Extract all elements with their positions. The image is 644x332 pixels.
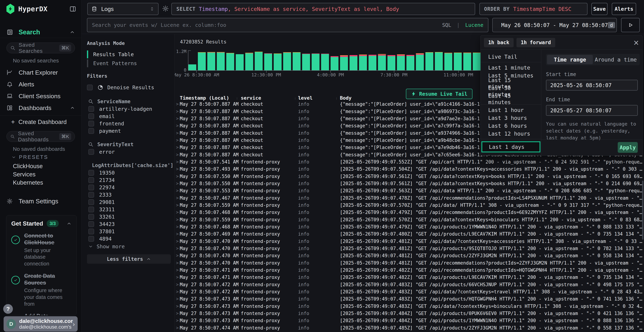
apply-button[interactable]: Apply [618,142,638,153]
table-row[interactable]: >May 27 8:50:07.473 AMfrontend-proxyinfo… [174,317,644,324]
filter-option[interactable]: 2333 [87,191,171,198]
histogram-bar[interactable] [463,52,471,53]
expand-row-icon[interactable]: > [176,138,180,143]
histogram-bar[interactable] [426,52,433,70]
checkbox[interactable] [87,84,93,90]
histogram-bar[interactable] [463,53,471,70]
histogram-bar[interactable] [378,54,386,54]
histogram-bar[interactable] [330,56,338,57]
histogram-bar[interactable] [416,53,424,54]
table-row[interactable]: >May 27 8:50:07.550 AMfrontend-proxyinfo… [174,172,644,180]
checkbox[interactable] [88,228,94,234]
expand-row-icon[interactable]: > [176,239,180,244]
time-preset-last-12-hours[interactable]: Last 12 hours [481,130,541,138]
table-row[interactable]: >May 27 8:50:07.550 AMfrontend-proxyinfo… [174,180,644,187]
time-preset-last-3-hours[interactable]: Last 3 hours [481,114,541,122]
source-selector[interactable]: Logs [87,3,158,15]
expand-row-icon[interactable]: > [176,304,180,309]
table-row[interactable]: >May 27 8:50:07.559 AMfrontend-proxyinfo… [174,202,644,209]
table-row[interactable]: >May 27 8:50:07.470 AMfrontend-proxyinfo… [174,252,644,259]
histogram-bar[interactable] [359,56,367,70]
expand-row-icon[interactable]: > [176,188,180,193]
expand-row-icon[interactable]: > [176,196,180,200]
table-row[interactable]: >May 27 8:50:07.467 AMfrontend-proxyinfo… [174,194,644,202]
expand-row-icon[interactable]: > [176,203,180,208]
expand-row-icon[interactable]: > [176,217,180,222]
expand-row-icon[interactable]: > [176,282,180,287]
histogram-bar[interactable] [274,54,282,54]
checkbox[interactable] [88,236,94,242]
chevron-up-icon[interactable] [70,105,75,110]
date-range-input[interactable]: May 26 08:50:07 - May 27 08:50:07 d [492,18,617,32]
histogram-bar[interactable] [245,53,253,70]
run-query-button[interactable] [621,18,640,32]
filter-option[interactable]: 37801 [87,228,171,235]
table-row[interactable]: >May 27 8:50:07.473 AMfrontend-proxyinfo… [174,295,644,302]
filter-option[interactable]: 19350 [87,169,171,176]
help-button[interactable]: ? [3,304,13,314]
histogram-bar[interactable] [302,54,310,70]
results-histogram[interactable] [188,50,482,71]
histogram-bar[interactable] [283,53,291,70]
expand-row-icon[interactable]: > [176,123,180,128]
histogram-bar[interactable] [226,53,234,53]
checkbox[interactable] [88,206,94,212]
preset-dashboard-kubernetes[interactable]: Kubernetes [13,178,78,187]
expand-row-icon[interactable]: > [176,246,180,251]
histogram-bar[interactable] [473,52,481,53]
histogram-bar[interactable] [330,57,338,70]
expand-row-icon[interactable]: > [176,232,180,236]
tab-around-a-time[interactable]: Around a time [593,55,639,64]
preset-dashboard-clickhouse[interactable]: ClickHouse [13,162,78,170]
table-row[interactable]: >May 27 8:50:07.471 AMfrontend-proxyinfo… [174,266,644,274]
table-row[interactable]: >May 27 8:50:07.473 AMfrontend-proxyinfo… [174,303,644,310]
select-query-input[interactable]: SELECT Timestamp, ServiceName as service… [172,3,475,15]
histogram-bar[interactable] [359,55,367,56]
histogram-bar[interactable] [293,52,300,70]
checkbox[interactable] [88,128,94,134]
column-header-service[interactable]: service [241,95,261,101]
expand-row-icon[interactable]: > [176,260,180,266]
user-account-chip[interactable]: D dale@clickhouse.com dale@clickhouse.co… [4,316,78,332]
chevron-up-icon[interactable] [66,221,72,226]
histogram-bar[interactable] [274,54,282,70]
histogram-bar[interactable] [321,54,329,54]
table-row[interactable]: >May 27 8:50:07.472 AMfrontend-proxyinfo… [174,281,644,288]
histogram-bar[interactable] [198,52,206,52]
column-header-body[interactable]: Body [340,95,352,101]
histogram-bar[interactable] [359,54,367,55]
expand-row-icon[interactable]: > [176,152,180,157]
histogram-bar[interactable] [245,53,253,53]
order-by-input[interactable]: ORDER BY TimestampTime DESC [480,3,588,15]
analysis-mode-event-patterns[interactable]: Event Patterns [87,59,171,68]
table-row[interactable]: >May 27 8:50:07.473 AMfrontend-proxyinfo… [174,310,644,317]
filter-option[interactable]: 29081 [87,198,171,206]
table-row[interactable]: >May 27 8:50:07.468 AMfrontend-proxyinfo… [174,209,644,216]
expand-row-icon[interactable]: > [176,160,180,164]
histogram-bar[interactable] [321,54,329,70]
histogram-bar[interactable] [406,55,414,56]
checkbox[interactable] [88,149,94,155]
sidebar-item-search[interactable]: Search [0,26,82,38]
time-preset-live-tail[interactable]: Live Tail [481,53,541,61]
chevron-up-icon[interactable] [70,30,75,35]
filter-group-header[interactable]: SeverityText [87,140,171,148]
histogram-bar[interactable] [416,54,424,55]
filter-option[interactable]: payment [87,127,171,134]
table-row[interactable]: >May 27 8:50:07.469 AMfrontend-proxyinfo… [174,230,644,238]
create-dashboard-button[interactable]: + Create Dashboard [0,117,82,127]
histogram-bar[interactable] [388,56,395,70]
histogram-bar[interactable] [368,55,376,56]
event-search-input[interactable]: Search your events w/ Lucene ex. column:… [87,18,488,32]
histogram-bar[interactable] [340,56,348,57]
show-more-button[interactable]: Show more [87,242,171,250]
checkbox[interactable] [88,221,94,227]
get-started-header[interactable]: Get Started 3/3 [11,220,72,227]
histogram-bar[interactable] [444,53,452,70]
histogram-bar[interactable] [378,54,386,56]
histogram-bar[interactable] [397,54,405,55]
table-row[interactable]: >May 27 8:50:07.470 AMfrontend-proxyinfo… [174,260,644,266]
histogram-bar[interactable] [340,55,348,56]
expand-row-icon[interactable]: > [176,174,180,179]
histogram-bar[interactable] [454,52,462,53]
